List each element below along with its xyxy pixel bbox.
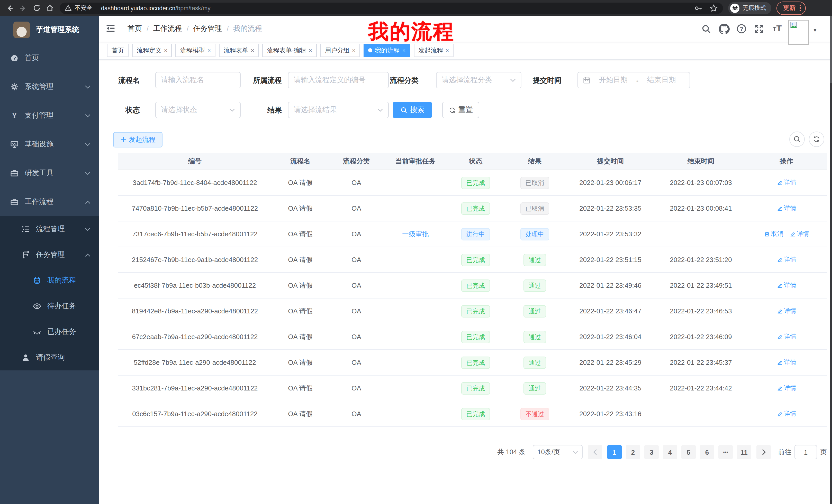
- bookmark-star-icon[interactable]: [710, 4, 718, 12]
- robot-icon: [33, 276, 41, 285]
- result-placeholder: 请选择流结果: [294, 105, 337, 115]
- sidebar-item-任务管理[interactable]: 任务管理: [0, 242, 99, 268]
- home-icon[interactable]: [43, 1, 57, 15]
- breadcrumb-item-首页[interactable]: 首页: [128, 24, 142, 33]
- page-button-3[interactable]: 3: [644, 445, 659, 459]
- toolbox-icon: [10, 169, 19, 177]
- close-icon[interactable]: ×: [251, 48, 254, 53]
- detail-action[interactable]: 详情: [777, 332, 796, 341]
- prev-page-button[interactable]: [588, 445, 602, 459]
- tab-流程表单[interactable]: 流程表单×: [219, 44, 259, 57]
- password-key-icon[interactable]: [694, 4, 702, 12]
- refresh-table-button[interactable]: [809, 132, 824, 147]
- avatar-dropdown-icon[interactable]: ▼: [812, 27, 817, 33]
- collapse-sidebar-icon[interactable]: [105, 23, 117, 35]
- detail-action[interactable]: 详情: [777, 178, 796, 187]
- page-button-5[interactable]: 5: [681, 445, 696, 459]
- search-button[interactable]: 搜索: [393, 102, 432, 118]
- result-select[interactable]: 请选择流结果: [288, 102, 389, 118]
- close-icon[interactable]: ×: [446, 48, 449, 53]
- cell-actions: 详情: [746, 349, 827, 375]
- close-icon[interactable]: ×: [207, 48, 211, 53]
- goto-page-input[interactable]: 1: [795, 445, 817, 459]
- update-button[interactable]: 更新: [777, 1, 806, 15]
- sidebar-item-请假查询[interactable]: 请假查询: [0, 345, 99, 370]
- refresh-icon: [449, 107, 455, 113]
- forward-icon[interactable]: [17, 1, 30, 15]
- sidebar-item-已办任务[interactable]: 已办任务: [0, 319, 99, 345]
- detail-action[interactable]: 详情: [777, 281, 796, 290]
- more-pages-icon[interactable]: •••: [718, 445, 733, 459]
- cell-current-task: [384, 324, 447, 349]
- column-header-状态: 状态: [447, 153, 504, 170]
- browser-scrollbar[interactable]: [830, 16, 832, 504]
- page-size-value: 10条/页: [537, 447, 560, 457]
- task-link[interactable]: 一级审批: [402, 230, 429, 237]
- close-icon[interactable]: ×: [402, 48, 406, 53]
- cell-actions: 详情: [746, 247, 827, 273]
- sidebar-item-基础设施[interactable]: 基础设施: [0, 130, 99, 159]
- sidebar-item-流程管理[interactable]: 流程管理: [0, 216, 99, 242]
- sidebar-item-我的流程[interactable]: 我的流程: [0, 268, 99, 293]
- detail-action[interactable]: 详情: [777, 384, 796, 393]
- tab-流程模型[interactable]: 流程模型×: [176, 44, 215, 57]
- definition-input[interactable]: 请输入流程定义的编号: [288, 72, 389, 88]
- sidebar-item-研发工具[interactable]: 研发工具: [0, 159, 99, 188]
- sidebar-item-首页[interactable]: 首页: [0, 44, 99, 73]
- sidebar-item-支付管理[interactable]: ¥支付管理: [0, 101, 99, 130]
- page-unit-label: 页: [820, 447, 827, 457]
- detail-action[interactable]: 详情: [777, 307, 796, 315]
- close-icon[interactable]: ×: [352, 48, 356, 53]
- avatar[interactable]: [788, 20, 809, 45]
- breadcrumb-item-任务管理[interactable]: 任务管理: [193, 24, 222, 33]
- status-badge: 已完成: [461, 202, 490, 215]
- header-search-icon[interactable]: [701, 16, 711, 41]
- sidebar-item-系统管理[interactable]: 系统管理: [0, 73, 99, 101]
- close-icon[interactable]: ×: [309, 48, 312, 53]
- detail-action[interactable]: 详情: [777, 358, 796, 367]
- next-page-button[interactable]: [756, 445, 771, 459]
- detail-action[interactable]: 详情: [789, 230, 809, 239]
- address-bar[interactable]: 不安全 dashboard.yudao.iocoder.cn/bpm/task/…: [60, 2, 723, 13]
- date-separator: -: [636, 76, 639, 84]
- fullscreen-icon[interactable]: [754, 16, 764, 41]
- process-table: 编号流程名流程分类当前审批任务状态结果提交时间结束时间操作 3ad174fb-7…: [118, 153, 827, 427]
- sidebar-item-工作流程[interactable]: 工作流程: [0, 188, 99, 216]
- detail-action[interactable]: 详情: [777, 410, 796, 418]
- breadcrumb-item-工作流程[interactable]: 工作流程: [153, 24, 182, 33]
- monitor-icon: [10, 140, 19, 148]
- page-size-select[interactable]: 10条/页: [533, 445, 582, 459]
- cell-category: OA: [329, 273, 384, 298]
- tab-首页[interactable]: 首页: [107, 44, 129, 57]
- name-input[interactable]: 请输入流程名: [155, 72, 241, 88]
- plus-icon: [120, 137, 126, 143]
- result-badge: 通过: [523, 279, 546, 291]
- browser-scrollbar-thumb[interactable]: [830, 16, 832, 83]
- close-icon[interactable]: ×: [164, 48, 167, 53]
- submit-time-range-picker[interactable]: 开始日期 - 结束日期: [577, 72, 690, 88]
- reset-button[interactable]: 重置: [442, 102, 479, 118]
- category-select[interactable]: 请选择流程分类: [436, 72, 521, 88]
- page-button-2[interactable]: 2: [626, 445, 640, 459]
- reload-icon[interactable]: [30, 1, 43, 15]
- detail-action[interactable]: 详情: [777, 255, 796, 264]
- detail-action[interactable]: 详情: [777, 204, 796, 213]
- page-button-6[interactable]: 6: [700, 445, 714, 459]
- show-search-toggle-button[interactable]: [789, 132, 805, 147]
- start-date-placeholder: 开始日期: [599, 76, 628, 85]
- sidebar-item-待办任务[interactable]: 待办任务: [0, 293, 99, 319]
- status-select[interactable]: 请选择状态: [155, 102, 241, 118]
- browser-menu-icon[interactable]: [800, 5, 801, 11]
- tab-流程定义[interactable]: 流程定义×: [132, 44, 172, 57]
- app-logo[interactable]: 芋道管理系统: [0, 16, 99, 44]
- page-button-4[interactable]: 4: [663, 445, 677, 459]
- create-process-button[interactable]: 发起流程: [113, 132, 162, 147]
- page-button-11[interactable]: 11: [737, 445, 751, 459]
- github-icon[interactable]: [719, 16, 730, 41]
- back-icon[interactable]: [3, 1, 17, 15]
- cancel-action[interactable]: 取消: [764, 230, 783, 239]
- font-size-icon[interactable]: TT: [773, 16, 782, 41]
- tab-label: 流程定义: [137, 44, 161, 57]
- help-icon[interactable]: ?: [736, 16, 747, 41]
- page-button-1[interactable]: 1: [607, 445, 622, 459]
